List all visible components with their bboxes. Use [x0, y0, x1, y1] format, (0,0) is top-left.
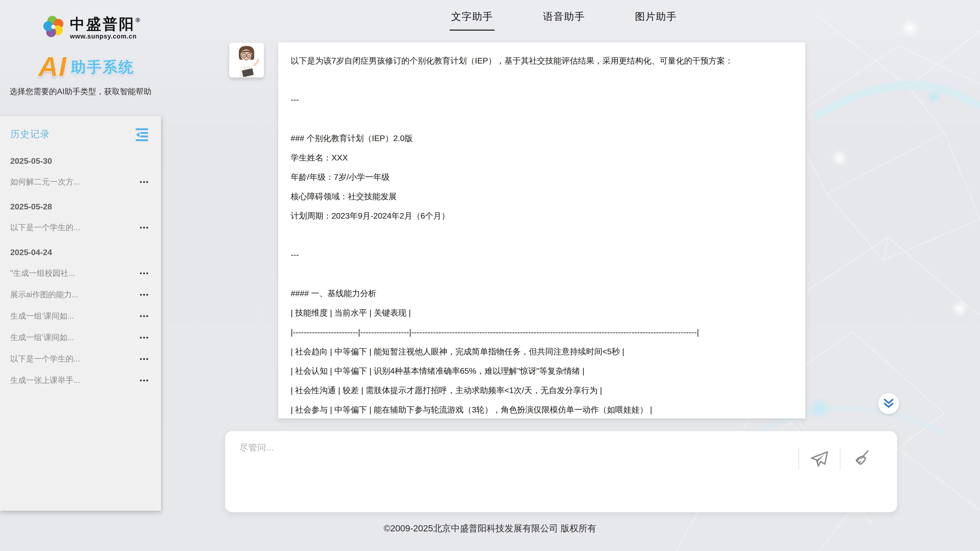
tab-text-assistant[interactable]: 文字助手: [451, 10, 493, 30]
app-title-ai: AI: [38, 54, 67, 79]
ellipsis-dots-icon[interactable]: •••: [140, 313, 149, 319]
message-line: 年龄/年级：7岁/小学一年级: [291, 167, 795, 187]
chat-input[interactable]: [239, 441, 786, 503]
double-chevron-down-icon: [883, 398, 894, 410]
ellipsis-dots-icon[interactable]: •••: [140, 292, 149, 298]
history-group: 2025-05-30 如何解二元一次方... •••: [10, 156, 149, 187]
message-line: | 社会参与 | 中等偏下 | 能在辅助下参与轮流游戏（3轮），角色扮演仅限模仿…: [291, 400, 795, 418]
message-line: ### 个别化教育计划（IEP）2.0版: [291, 129, 795, 148]
tab-image-assistant[interactable]: 图片助手: [635, 10, 677, 30]
ellipsis-dots-icon[interactable]: •••: [140, 334, 149, 341]
brand-logo: 中盛普阳® www.sunpsy.com.cn: [43, 15, 140, 40]
ellipsis-dots-icon[interactable]: •••: [140, 377, 149, 383]
message-line: 学生姓名：XXX: [291, 148, 795, 167]
brand-website: www.sunpsy.com.cn: [70, 33, 140, 40]
ellipsis-dots-icon[interactable]: •••: [140, 179, 149, 185]
brand-name: 中盛普阳®: [70, 17, 140, 32]
message-line: | 社会认知 | 中等偏下 | 识别4种基本情绪准确率65%，难以理解"惊讶"等…: [291, 361, 795, 381]
registered-mark: ®: [135, 16, 140, 24]
send-button[interactable]: [799, 449, 840, 469]
history-item[interactable]: 生成一组‘课间如... •••: [10, 311, 149, 321]
broom-icon: [851, 449, 871, 469]
history-item[interactable]: 以下是一个学生的... •••: [10, 354, 149, 364]
message-line: #### 一、基线能力分析: [291, 284, 795, 303]
app-title: AI 助手系统: [38, 54, 134, 79]
history-group: 2025-04-24 "生成一组校园社... ••• 展示ai作图的能力... …: [10, 248, 149, 386]
paper-plane-icon: [810, 449, 829, 469]
history-date: 2025-04-24: [10, 248, 149, 257]
message-line: ---: [291, 245, 795, 264]
composer: [225, 431, 897, 512]
history-title: 历史记录: [10, 128, 50, 141]
copyright-footer: ©2009-2025北京中盛普阳科技发展有限公司 版权所有: [0, 522, 980, 534]
ellipsis-dots-icon[interactable]: •••: [140, 224, 149, 230]
outdent-collapse-icon[interactable]: [135, 127, 149, 141]
history-date: 2025-05-28: [10, 202, 149, 211]
assistant-message: 以下是为该7岁自闭症男孩修订的个别化教育计划（IEP），基于其社交技能评估结果，…: [278, 42, 805, 418]
scroll-to-bottom-button[interactable]: [878, 393, 899, 414]
history-date: 2025-05-30: [10, 156, 149, 166]
history-sidebar: 历史记录 2025-05-30 如何解二元一次方... ••• 2025-05-…: [0, 116, 161, 511]
message-line: |------------------------|--------------…: [291, 322, 795, 342]
history-item[interactable]: "生成一组校园社... •••: [10, 268, 149, 279]
message-line: | 社会趋向 | 中等偏下 | 能短暂注视他人眼神，完成简单指物任务，但共同注意…: [291, 342, 795, 361]
tab-voice-assistant[interactable]: 语音助手: [543, 10, 585, 30]
message-line: 计划周期：2023年9月-2024年2月（6个月）: [291, 206, 795, 225]
message-line: 核心障碍领域：社交技能发展: [291, 187, 795, 206]
history-item[interactable]: 生成一组‘课间如... •••: [10, 332, 149, 343]
message-line: | 社会性沟通 | 较差 | 需肢体提示才愿打招呼，主动求助频率<1次/天，无自…: [291, 381, 795, 400]
ellipsis-dots-icon[interactable]: •••: [140, 270, 149, 276]
message-line: ---: [291, 90, 795, 109]
history-item[interactable]: 展示ai作图的能力... •••: [10, 289, 149, 300]
history-item[interactable]: 以下是一个学生的... •••: [10, 222, 149, 233]
history-group: 2025-05-28 以下是一个学生的... •••: [10, 202, 149, 233]
brand-flower-icon: [43, 15, 67, 40]
history-item[interactable]: 如何解二元一次方... •••: [10, 176, 149, 187]
message-line: 以下是为该7岁自闭症男孩修订的个别化教育计划（IEP），基于其社交技能评估结果，…: [291, 51, 795, 70]
history-item[interactable]: 生成一张上课举手... •••: [10, 375, 149, 386]
assistant-avatar: [229, 43, 264, 78]
clear-button[interactable]: [840, 449, 881, 469]
app-subtitle: 选择您需要的AI助手类型，获取智能帮助: [0, 86, 161, 97]
assistant-tabs: 文字助手 语音助手 图片助手: [451, 10, 677, 30]
app-title-rest: 助手系统: [71, 57, 134, 77]
message-line: | 技能维度 | 当前水平 | 关键表现 |: [291, 303, 795, 322]
ellipsis-dots-icon[interactable]: •••: [140, 356, 149, 362]
